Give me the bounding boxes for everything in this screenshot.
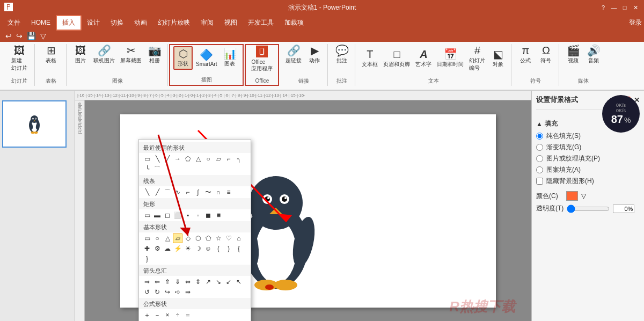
shape-pentagon[interactable]: ⬠ (183, 154, 193, 164)
office-apps-button[interactable]: 🅾 Office应用程序 (249, 45, 275, 74)
datetime-button[interactable]: 📅 日期和时间 (435, 48, 466, 69)
menu-developer[interactable]: 开发工具 (243, 16, 279, 30)
rect7[interactable]: ◼ (203, 210, 213, 220)
gradient-fill-radio[interactable] (536, 144, 543, 151)
rect6[interactable]: ▫ (193, 210, 203, 220)
pattern-fill-radio[interactable] (536, 166, 543, 173)
solid-fill-radio[interactable] (536, 133, 543, 140)
dropdown-arrow[interactable]: ▽ (39, 32, 47, 40)
bshape-bracket-r[interactable]: ) (224, 244, 233, 253)
menu-animation[interactable]: 动画 (129, 16, 152, 30)
fill-expand-icon[interactable]: ▲ (536, 120, 543, 128)
close-button[interactable]: ✕ (631, 3, 640, 12)
transparency-input[interactable] (613, 205, 634, 213)
arrow-dr[interactable]: ↘ (214, 277, 223, 287)
audio-button[interactable]: 🔊 音频 (584, 44, 603, 65)
object-button[interactable]: ⬕ 对象 (488, 48, 508, 69)
arrow-dl[interactable]: ↙ (224, 277, 233, 287)
picture-button[interactable]: 🖼 图片 (71, 44, 90, 65)
menu-review[interactable]: 审阅 (195, 16, 219, 30)
line-double[interactable]: ≡ (224, 187, 233, 197)
bshape-moon[interactable]: ☽ (193, 244, 203, 253)
online-picture-button[interactable]: 🔗 联机图片 (91, 44, 117, 65)
rect8[interactable]: ◾ (214, 210, 223, 220)
shape-parallelogram[interactable]: ▱ (214, 154, 223, 164)
action-button[interactable]: ▶ 动作 (305, 44, 324, 65)
shape-corner[interactable]: ⌐ (224, 154, 233, 164)
bshape-rect[interactable]: ▭ (142, 234, 152, 243)
shape-line1[interactable]: ╲ (152, 154, 162, 164)
textbox-button[interactable]: T 文本框 (360, 48, 380, 69)
rect2[interactable]: ▬ (152, 210, 162, 220)
bshape-house[interactable]: ⌂ (234, 234, 244, 243)
slide-thumbnail[interactable] (2, 100, 67, 148)
line-curve[interactable]: ⌒ (163, 187, 172, 197)
help-button[interactable]: ? (599, 3, 608, 12)
video-button[interactable]: 🎬 视频 (564, 44, 583, 65)
arrow-up[interactable]: ⇑ (163, 277, 172, 287)
bshape-bracket-l[interactable]: ( (214, 244, 223, 253)
arrow-lr[interactable]: ⇔ (183, 277, 193, 287)
bshape-heart[interactable]: ♡ (224, 234, 233, 243)
rect1[interactable]: ▭ (142, 210, 152, 220)
hide-bg-checkbox[interactable] (536, 178, 543, 185)
line-freeform[interactable]: 〜 (203, 187, 213, 197)
shape-curve2[interactable]: ╰ (142, 164, 152, 174)
bshape-brace-r[interactable]: } (142, 254, 152, 264)
maximize-button[interactable]: □ (620, 3, 629, 12)
arrow-right[interactable]: ⇒ (142, 277, 152, 287)
bshape-cloud[interactable]: ☁ (163, 244, 172, 253)
shape-triangle[interactable]: △ (193, 154, 203, 164)
slide-number-button[interactable]: # 幻灯片编号 (467, 44, 487, 73)
hyperlink-button[interactable]: 🔗 超链接 (283, 44, 304, 65)
bshape-star[interactable]: ☆ (214, 234, 223, 243)
menu-addins[interactable]: 加载项 (279, 16, 309, 30)
bshape-pentagon[interactable]: ⬠ (203, 234, 213, 243)
shape-curve1[interactable]: ╮ (234, 154, 244, 164)
menu-design[interactable]: 设计 (82, 16, 105, 30)
line-diag[interactable]: ╱ (152, 187, 162, 197)
eq-minus[interactable]: － (152, 310, 162, 320)
smartart-button[interactable]: 🔷 SmartArt (194, 48, 219, 68)
bshape-sun[interactable]: ☀ (183, 244, 193, 253)
picture-fill-radio[interactable] (536, 155, 543, 162)
color-swatch[interactable] (566, 191, 578, 201)
album-button[interactable]: 📷 相册 (145, 44, 164, 65)
bshape-hexagon[interactable]: ⬡ (193, 234, 203, 243)
shapes-button[interactable]: ⬡ 形状 (173, 46, 193, 70)
shape-rect[interactable]: ▭ (142, 154, 152, 164)
bshape-brace-l[interactable]: { (234, 244, 244, 253)
shape-line2[interactable]: ╱ (163, 154, 172, 164)
menu-home[interactable]: HOME (26, 17, 56, 28)
arrow-striped[interactable]: ⇛ (183, 287, 193, 297)
bshape-parallelogram[interactable]: ▱ (173, 234, 182, 243)
undo-button[interactable]: ↩ (4, 32, 13, 40)
rect5[interactable]: ▪ (183, 210, 193, 220)
menu-view[interactable]: 视图 (219, 16, 243, 30)
bshape-cross[interactable]: ✚ (142, 244, 152, 253)
arrow-ccw[interactable]: ↻ (152, 287, 162, 297)
shape-arc[interactable]: ⌒ (152, 164, 162, 174)
bshape-diamond[interactable]: ◇ (183, 234, 193, 243)
eq-equal[interactable]: ＝ (183, 310, 193, 320)
line-elbow[interactable]: ⌐ (183, 187, 193, 197)
eq-mult[interactable]: × (163, 310, 172, 320)
menu-slideshow[interactable]: 幻灯片放映 (152, 16, 195, 30)
line-scribble[interactable]: ∫ (193, 187, 203, 197)
color-dropdown-icon[interactable]: ▽ (581, 192, 586, 200)
shape-arrow-right[interactable]: → (173, 154, 182, 164)
rect3[interactable]: ◻ (163, 210, 172, 220)
chart-button[interactable]: 📊 图表 (220, 47, 239, 69)
bshape-lightning[interactable]: ⚡ (173, 244, 182, 253)
login-button[interactable]: 登录 (629, 18, 642, 27)
table-button[interactable]: ⊞ 表格 (39, 44, 63, 65)
bshape-triangle[interactable]: △ (163, 234, 172, 243)
comment-button[interactable]: 💬 批注 (332, 44, 352, 65)
rect4[interactable]: ⬜ (173, 210, 182, 220)
symbol-button[interactable]: Ω 符号 (536, 44, 555, 65)
bshape-smile[interactable]: ☺ (203, 244, 213, 253)
menu-file[interactable]: 文件 (2, 16, 26, 30)
line-wave[interactable]: ∿ (173, 187, 182, 197)
bshape-gear[interactable]: ⚙ (152, 244, 162, 253)
formula-button[interactable]: π 公式 (516, 44, 535, 65)
